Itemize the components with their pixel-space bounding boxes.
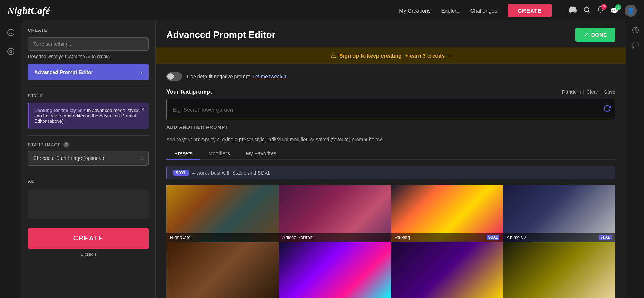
create-main-button[interactable]: CREATE [28,228,149,249]
preset-image-grid: NightCafe Artistic Portrait Striking SDX… [166,185,615,298]
extra4-image [503,242,615,298]
image-card-nightcafe[interactable]: NightCafe [166,185,279,242]
content-scroll-area: Use default negative prompt. Let me twea… [156,64,626,298]
divider-2 [28,135,149,136]
start-image-button[interactable]: Choose a Start Image (optional) › [28,151,149,166]
extra1-image [166,242,279,298]
refresh-prompt-button[interactable] [603,104,611,114]
nightcafe-label: NightCafe [166,233,279,242]
nav-explore[interactable]: Explore [441,8,460,14]
anime-v2-label: Anime v2 SDXL [503,233,615,242]
chat-icon[interactable] [632,42,639,51]
top-navigation: NightCafé My Creations Explore Challenge… [0,0,644,21]
site-logo: NightCafé [7,5,50,16]
main-content-area: Advanced Prompt Editor ✓ DONE ⚠ Sign up … [156,21,626,298]
notifications-icon[interactable]: 2 [597,6,604,15]
style-section-title: STYLE [28,93,149,98]
svg-point-0 [584,7,589,12]
sdxl-notice: SDXL = works best with Stable and SDXL [166,166,615,179]
done-btn-label: DONE [591,32,607,38]
negative-prompt-row: Use default negative prompt. Let me twea… [166,72,615,81]
divider-1 [28,87,149,87]
prompt-label: Your text prompt [166,89,212,95]
prompt-label-row: Your text prompt Random | Clear | Save [166,89,615,95]
smiley-icon[interactable] [5,26,17,40]
negative-prompt-label: Use default negative prompt. Let me twea… [187,74,286,79]
preset-info-text: Add to your prompt by clicking a preset … [166,137,615,142]
prompt-input-wrapper [166,99,615,120]
nav-links: My Creations Explore Challenges CREATE 2… [399,4,637,17]
prompt-description: Describe what you want the AI to create [28,54,149,59]
sdxl-badge: SDXL [173,170,189,176]
random-link[interactable]: Random [562,89,581,95]
messages-badge: 4 [615,4,621,10]
sep-2: | [600,89,602,95]
striking-sdxl-badge: SDXL [487,235,500,240]
save-link[interactable]: Save [604,89,615,95]
sep-1: | [583,89,584,95]
extra2-image [279,242,391,298]
settings-icon[interactable] [5,45,17,59]
image-card-striking[interactable]: Striking SDXL [391,185,503,242]
topnav-icons: 2 💬 4 👤 [569,5,637,17]
artistic-portrait-label: Artistic Portrait [279,233,391,242]
image-card-extra-1[interactable] [166,242,279,298]
preset-tabs: Presets Modifiers My Favorites [166,147,615,160]
content-header: Advanced Prompt Editor ✓ DONE [156,21,626,47]
warning-icon: ⚠ [330,52,336,59]
tab-modifiers[interactable]: Modifiers [200,147,238,160]
image-card-anime-v2[interactable]: Anime v2 SDXL [503,185,615,242]
image-card-extra-3[interactable] [391,242,503,298]
toggle-knob [167,73,174,80]
right-icon-strip [626,21,644,298]
history-icon[interactable] [632,26,639,35]
create-section-title: CREATE [28,28,149,33]
signup-banner: ⚠ Sign up to keep creating + earn 3 cred… [156,47,626,64]
nav-challenges[interactable]: Challenges [470,8,497,14]
extra3-image [391,242,503,298]
advanced-btn-label: Advanced Prompt Editor [34,69,93,75]
done-button[interactable]: ✓ DONE [575,28,615,42]
prompt-actions: Random | Clear | Save [562,89,615,95]
svg-line-1 [588,11,590,13]
image-card-extra-2[interactable] [279,242,391,298]
search-icon[interactable] [583,6,590,15]
svg-point-5 [10,50,12,53]
banner-earn-credits-link[interactable]: + earn 3 credits → [405,53,452,59]
anime-sdxl-badge: SDXL [599,235,612,240]
start-image-arrow-icon: › [142,155,143,161]
topnav-create-button[interactable]: CREATE [508,4,552,17]
image-card-extra-4[interactable] [503,242,615,298]
style-notice-close-button[interactable]: × [141,106,145,113]
add-another-prompt-button[interactable]: ADD ANOTHER PROMPT [166,124,228,130]
banner-signup-text: Sign up to keep creating [340,53,402,59]
messages-icon[interactable]: 💬 4 [610,6,618,15]
page-title: Advanced Prompt Editor [166,29,275,40]
notifications-badge: 2 [601,4,607,10]
negative-prompt-toggle[interactable] [166,72,182,81]
start-image-help-icon[interactable]: ? [63,142,69,148]
clear-link[interactable]: Clear [586,89,598,95]
start-image-label: START IMAGE ? [28,142,149,148]
discord-icon[interactable] [569,6,577,15]
checkmark-icon: ✓ [584,31,589,38]
tab-presets[interactable]: Presets [166,147,200,160]
svg-point-2 [7,29,14,36]
main-prompt-input[interactable] [28,37,149,51]
advanced-btn-arrow-icon: › [140,68,142,76]
sidebar: CREATE Describe what you want the AI to … [21,21,156,298]
tab-my-favorites[interactable]: My Favorites [238,147,284,160]
nav-my-creations[interactable]: My Creations [399,8,430,14]
advanced-prompt-editor-button[interactable]: Advanced Prompt Editor › [28,64,149,80]
tweak-link[interactable]: Let me tweak it [253,74,286,79]
user-avatar[interactable]: 👤 [625,5,637,17]
left-icon-strip [0,21,21,298]
sdxl-notice-text: = works best with Stable and SDXL [192,170,270,176]
credit-info: 1 credit [28,251,149,263]
style-notice-bold: Looking for the styles? [34,108,86,113]
ad-section-label: AD [28,179,149,184]
ad-placeholder [28,190,149,219]
text-prompt-input[interactable] [166,99,615,120]
divider-3 [28,172,149,172]
image-card-artistic-portrait[interactable]: Artistic Portrait [279,185,391,242]
